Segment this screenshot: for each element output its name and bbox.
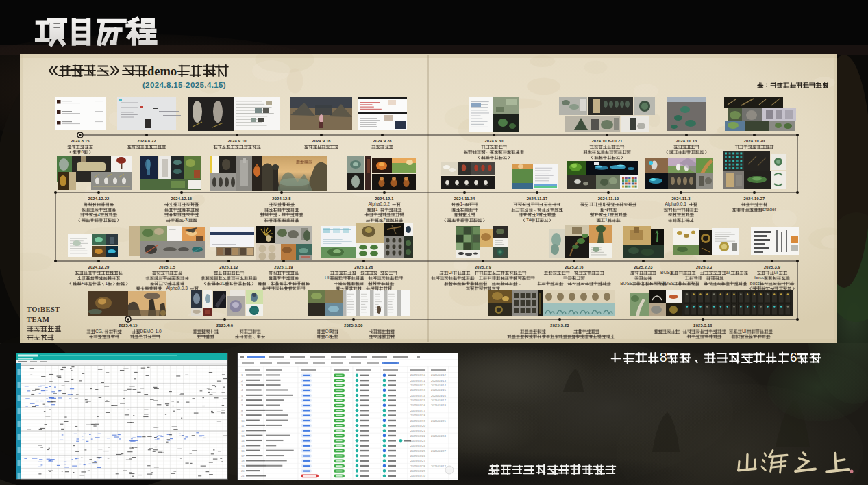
- svg-text:2025.1.19: 2025.1.19: [274, 265, 293, 269]
- svg-text:2025/03/15: 2025/03/15: [410, 399, 426, 402]
- svg-text:1-: 1-: [375, 207, 380, 212]
- svg-text:6: 6: [81, 149, 84, 154]
- svg-text:2025/03/28: 2025/03/28: [410, 464, 426, 468]
- svg-text:17: 17: [241, 454, 245, 458]
- svg-text:2025/03/14: 2025/03/14: [431, 384, 447, 387]
- svg-text:2024.9.16: 2024.9.16: [312, 139, 331, 143]
- svg-text:2025/03/12: 2025/03/12: [410, 384, 426, 387]
- svg-text:2025/03/13: 2025/03/13: [410, 388, 426, 392]
- svg-text:Alpha0.0.3: Alpha0.0.3: [166, 286, 188, 291]
- svg-text:DEMO-1.0: DEMO-1.0: [140, 329, 162, 334]
- svg-text:12: 12: [241, 429, 245, 432]
- svg-text:2025/03/12: 2025/03/12: [431, 464, 447, 468]
- svg-text:13: 13: [241, 434, 245, 438]
- svg-text:1-: 1-: [460, 201, 464, 206]
- svg-text:2025.3.30: 2025.3.30: [344, 323, 363, 327]
- svg-text:2025/03/27: 2025/03/27: [431, 449, 447, 453]
- svg-text:2025/03/24: 2025/03/24: [410, 444, 426, 447]
- svg-text:-: -: [377, 270, 379, 275]
- svg-text:2024.11.10: 2024.11.10: [598, 197, 619, 201]
- svg-text:2025/03/17: 2025/03/17: [431, 399, 447, 402]
- svg-text:ui: ui: [774, 270, 778, 275]
- svg-text:2024.12.8: 2024.12.8: [272, 197, 291, 201]
- svg-text:2024.12.1: 2024.12.1: [375, 197, 394, 201]
- svg-text:2024.10.27: 2024.10.27: [744, 197, 765, 201]
- svg-text:2025.1.5: 2025.1.5: [159, 265, 175, 269]
- svg-text:shader: shader: [762, 207, 777, 212]
- svg-text:2025.1.12: 2025.1.12: [219, 265, 238, 269]
- svg-text:2025/03/22: 2025/03/22: [410, 434, 426, 438]
- svg-text:2025/03/24: 2025/03/24: [431, 434, 447, 438]
- svg-text:CG: CG: [95, 329, 102, 334]
- svg-text:2025/03/29: 2025/03/29: [410, 469, 426, 473]
- svg-text:15: 15: [241, 444, 245, 447]
- svg-text:2025/03/27: 2025/03/27: [410, 459, 426, 462]
- svg-text:2025.3.16: 2025.3.16: [693, 323, 712, 327]
- svg-text:2025.4.15: 2025.4.15: [119, 323, 138, 327]
- svg-text:2025/03/23: 2025/03/23: [410, 439, 426, 443]
- svg-text:2024.11.17: 2024.11.17: [527, 197, 548, 201]
- svg-text:2024.12.22: 2024.12.22: [88, 197, 110, 201]
- svg-text:2024.9.28: 2024.9.28: [373, 139, 392, 143]
- svg-text:4: 4: [97, 212, 100, 217]
- svg-text:TO:BEST: TO:BEST: [27, 306, 60, 313]
- svg-text:1: 1: [605, 217, 608, 222]
- svg-text:2: 2: [383, 217, 386, 222]
- svg-text:2025/03/20: 2025/03/20: [410, 424, 426, 427]
- svg-text:2024.8.15: 2024.8.15: [71, 139, 90, 143]
- svg-text:2025/03/16: 2025/03/16: [431, 394, 447, 397]
- svg-text:16: 16: [241, 449, 245, 453]
- svg-text:2024.10.13: 2024.10.13: [676, 139, 697, 143]
- svg-text:1: 1: [607, 212, 610, 217]
- svg-text:14: 14: [241, 439, 245, 443]
- svg-text:TEAM: TEAM: [27, 316, 50, 323]
- svg-text:2024.8.22: 2024.8.22: [137, 139, 156, 143]
- svg-text:2025/03/19: 2025/03/19: [410, 419, 426, 423]
- svg-text:2024.10.20: 2024.10.20: [744, 139, 765, 143]
- svg-text:20: 20: [241, 469, 245, 473]
- svg-text:2025/03/25: 2025/03/25: [410, 449, 426, 453]
- svg-text:2024.9.30: 2024.9.30: [484, 139, 504, 143]
- svg-text:2025/03/21: 2025/03/21: [431, 419, 447, 423]
- svg-text:boss: boss: [754, 275, 765, 280]
- svg-text:2025.2.9: 2025.2.9: [475, 265, 491, 269]
- svg-text:2025/03/17: 2025/03/17: [410, 409, 426, 412]
- svg-text:21: 21: [241, 474, 245, 477]
- svg-text:19: 19: [241, 464, 245, 468]
- svg-text:BOSS-: BOSS-: [620, 281, 634, 286]
- svg-text:2024.9.10: 2024.9.10: [227, 139, 247, 143]
- svg-text:2025/03/18: 2025/03/18: [431, 403, 447, 407]
- svg-text:2025/03/13: 2025/03/13: [431, 379, 447, 382]
- svg-text:2024.10.6-10.21: 2024.10.6-10.21: [591, 139, 622, 143]
- svg-text:UI: UI: [448, 270, 453, 275]
- svg-text:11: 11: [241, 424, 245, 427]
- svg-text:2025.4.6: 2025.4.6: [216, 323, 233, 327]
- svg-text:2025/03/12: 2025/03/12: [431, 373, 447, 377]
- svg-text:2025/03/14: 2025/03/14: [410, 394, 426, 397]
- svg-text:1: 1: [105, 281, 108, 286]
- svg-text:1: 1: [536, 212, 538, 217]
- svg-text:2025/03/10: 2025/03/10: [410, 373, 426, 377]
- svg-text:2025/03/11: 2025/03/11: [410, 379, 425, 382]
- svg-text:UI: UI: [325, 275, 330, 280]
- svg-text:2025.3.2: 2025.3.2: [696, 265, 712, 269]
- svg-text:2025.1.26: 2025.1.26: [354, 265, 373, 269]
- svg-text:+: +: [81, 281, 84, 286]
- svg-text:2025.2.16: 2025.2.16: [565, 265, 584, 269]
- svg-text:2025/03/18: 2025/03/18: [410, 414, 426, 417]
- svg-text:Alpha0.0.1: Alpha0.0.1: [665, 201, 686, 207]
- svg-text:UI: UI: [742, 329, 747, 334]
- svg-text:10: 10: [241, 419, 245, 423]
- svg-text:CG: CG: [325, 329, 332, 334]
- svg-text:8: 8: [660, 350, 667, 364]
- svg-text:2025/03/10: 2025/03/10: [410, 474, 426, 477]
- svg-text:-3: -3: [184, 217, 188, 222]
- svg-text:2025.3.9: 2025.3.9: [764, 265, 780, 269]
- svg-text:2024.12.29: 2024.12.29: [88, 265, 110, 269]
- svg-text:(2024.8.15-2025.4.15): (2024.8.15-2025.4.15): [142, 81, 226, 89]
- svg-text:2025.3.23: 2025.3.23: [550, 323, 569, 327]
- svg-text:boss: boss: [750, 281, 760, 286]
- svg-text:2025/03/21: 2025/03/21: [410, 429, 426, 432]
- svg-text:2024.12.15: 2024.12.15: [171, 197, 193, 201]
- svg-text:CG: CG: [325, 334, 332, 339]
